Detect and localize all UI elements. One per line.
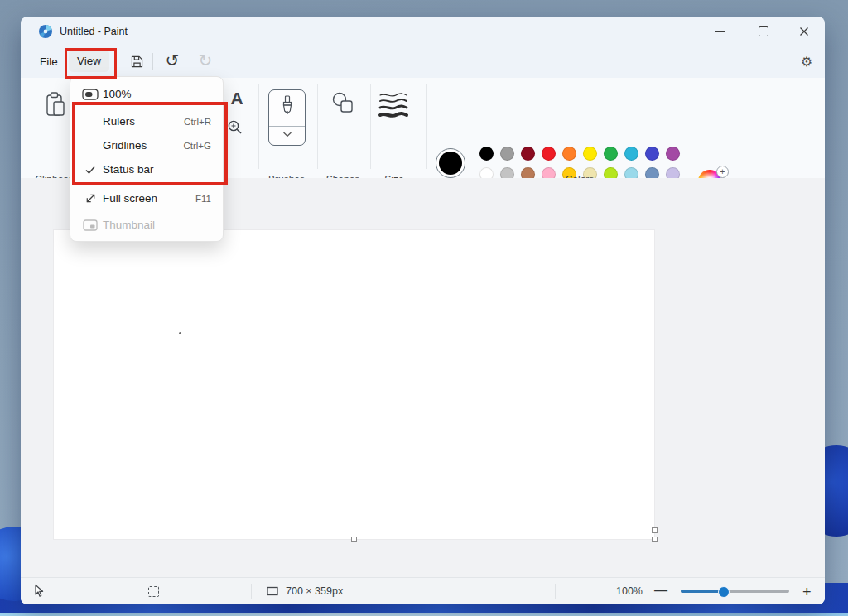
color-swatch[interactable]	[645, 147, 659, 161]
gear-icon: ⚙	[801, 54, 812, 70]
group-divider	[426, 84, 427, 169]
redo-icon: ↻	[199, 51, 213, 70]
resize-handle-right[interactable]	[652, 527, 658, 533]
zoom-slider-thumb[interactable]	[718, 586, 730, 598]
cursor-position-indicator	[32, 584, 44, 599]
paint-app-icon	[38, 24, 53, 39]
canvas-size-icon	[266, 585, 279, 597]
statusbar-divider	[555, 584, 556, 599]
full-screen-icon	[80, 186, 101, 210]
primary-color-fill	[439, 152, 462, 175]
clipboard-icon	[44, 91, 67, 121]
close-button[interactable]	[785, 17, 822, 46]
thumbnail-icon	[80, 213, 101, 237]
file-menu-button[interactable]: File	[31, 51, 66, 73]
canvas-size-indicator: 700 × 359px	[266, 585, 343, 597]
drawn-dot-mark	[179, 332, 181, 334]
color-swatch[interactable]	[500, 147, 514, 161]
resize-handle-bottom[interactable]	[351, 537, 357, 542]
canvas-size-value: 700 × 359px	[286, 585, 343, 597]
cursor-icon	[32, 584, 44, 599]
annotation-box-menu-items	[72, 102, 228, 185]
window-title: Untitled - Paint	[60, 26, 128, 37]
brushes-button[interactable]	[268, 89, 306, 146]
undo-button[interactable]: ↺	[160, 48, 185, 73]
color-swatch[interactable]	[624, 147, 638, 161]
zoom-slider-fill	[681, 590, 723, 593]
text-tool-icon: A	[230, 89, 243, 108]
brush-icon	[280, 95, 295, 120]
add-color-icon: +	[716, 166, 729, 178]
shapes-icon	[329, 91, 357, 116]
statusbar-divider	[251, 584, 252, 599]
color-swatch[interactable]	[521, 147, 535, 161]
text-tool-button[interactable]: A	[226, 88, 248, 109]
plus-icon: +	[802, 584, 812, 601]
close-icon	[799, 26, 809, 36]
maximize-icon	[759, 26, 768, 36]
group-divider	[370, 84, 371, 169]
resize-handle-corner[interactable]	[652, 537, 658, 542]
group-divider	[317, 84, 318, 169]
color-swatch[interactable]	[479, 147, 494, 161]
zoom-out-button[interactable]: —	[654, 583, 667, 598]
minimize-icon	[716, 31, 725, 32]
minus-icon: —	[654, 583, 667, 598]
menu-bar: File View ↺ ↻ ⚙	[21, 46, 825, 78]
zoom-slider[interactable]	[681, 590, 789, 593]
selection-size-indicator	[148, 586, 159, 597]
toolbar-divider	[152, 53, 153, 70]
settings-button[interactable]: ⚙	[794, 50, 819, 73]
status-bar: 700 × 359px 100% — +	[21, 577, 825, 604]
minimize-button[interactable]	[701, 17, 739, 46]
color-swatch[interactable]	[562, 147, 576, 161]
shapes-button[interactable]	[329, 91, 357, 116]
magnifier-icon	[227, 119, 243, 136]
color-swatch[interactable]	[542, 147, 556, 161]
color-swatch[interactable]	[666, 147, 680, 161]
paste-button[interactable]	[44, 91, 67, 121]
undo-icon: ↺	[166, 51, 180, 70]
color-swatch[interactable]	[583, 147, 597, 161]
brush-button-divider	[269, 126, 305, 127]
redo-button[interactable]: ↻	[193, 48, 218, 73]
selection-icon	[148, 586, 159, 597]
group-divider	[258, 84, 259, 169]
zoom-level-value: 100%	[609, 585, 650, 597]
menu-item-full-screen[interactable]: Full screen F11	[70, 186, 223, 210]
brushes-chevron-down-icon[interactable]	[282, 132, 292, 137]
palette-row-1	[479, 147, 680, 161]
desktop: Untitled - Paint File View ↺ ↻	[0, 0, 848, 616]
primary-color-swatch[interactable]	[436, 148, 465, 178]
menu-item-thumbnail[interactable]: Thumbnail	[70, 213, 223, 237]
drawing-canvas[interactable]	[54, 230, 654, 539]
line-size-icon	[377, 91, 410, 119]
save-button[interactable]	[125, 51, 148, 73]
size-button[interactable]	[377, 91, 410, 119]
save-icon	[130, 55, 144, 69]
titlebar[interactable]: Untitled - Paint	[21, 17, 825, 48]
annotation-box-view-button	[65, 48, 117, 79]
maximize-button[interactable]	[744, 17, 782, 46]
color-swatch[interactable]	[604, 147, 618, 161]
zoom-tool-button[interactable]	[227, 119, 243, 136]
zoom-in-button[interactable]: +	[802, 584, 812, 601]
